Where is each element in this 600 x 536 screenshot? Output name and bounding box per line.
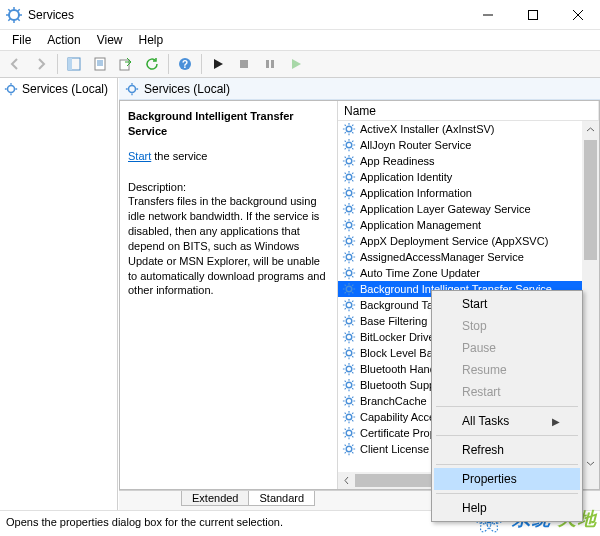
pause-service-button [258, 53, 282, 75]
service-name: AppX Deployment Service (AppXSVC) [360, 235, 548, 247]
services-icon [125, 82, 139, 96]
svg-point-29 [346, 382, 352, 388]
scroll-left-button[interactable] [338, 472, 355, 489]
service-row[interactable]: ActiveX Installer (AxInstSV) [338, 121, 599, 137]
tab-standard[interactable]: Standard [248, 491, 315, 506]
menu-view[interactable]: View [89, 32, 131, 48]
detail-description: Transfers files in the background using … [128, 194, 329, 298]
ctx-start[interactable]: Start [434, 293, 580, 315]
svg-point-15 [346, 158, 352, 164]
menu-action[interactable]: Action [39, 32, 88, 48]
svg-rect-10 [271, 60, 274, 68]
svg-rect-3 [68, 58, 72, 70]
column-name[interactable]: Name [338, 101, 599, 120]
service-row[interactable]: App Readiness [338, 153, 599, 169]
close-button[interactable] [555, 0, 600, 30]
service-row[interactable]: Application Information [338, 185, 599, 201]
svg-point-20 [346, 238, 352, 244]
svg-rect-4 [95, 58, 105, 70]
menu-help[interactable]: Help [131, 32, 172, 48]
service-name: AssignedAccessManager Service [360, 251, 524, 263]
tree-root-label: Services (Local) [22, 82, 108, 96]
service-name: ActiveX Installer (AxInstSV) [360, 123, 495, 135]
service-row[interactable]: AssignedAccessManager Service [338, 249, 599, 265]
show-hide-tree-button[interactable] [62, 53, 86, 75]
svg-point-30 [346, 398, 352, 404]
ctx-help[interactable]: Help [434, 497, 580, 519]
toolbar-separator [168, 54, 169, 74]
start-text: the service [151, 150, 207, 162]
service-name: Auto Time Zone Updater [360, 267, 480, 279]
start-link[interactable]: Start [128, 150, 151, 162]
services-icon [6, 7, 22, 23]
service-row[interactable]: AllJoyn Router Service [338, 137, 599, 153]
svg-point-26 [346, 334, 352, 340]
service-name: Application Management [360, 219, 481, 231]
service-row[interactable]: Application Management [338, 217, 599, 233]
ctx-refresh[interactable]: Refresh [434, 439, 580, 461]
ctx-restart-label: Restart [462, 385, 501, 399]
ctx-properties[interactable]: Properties [434, 468, 580, 490]
service-name: Application Layer Gateway Service [360, 203, 531, 215]
tree-root-item[interactable]: Services (Local) [0, 78, 117, 100]
svg-text:?: ? [182, 59, 188, 70]
right-header-label: Services (Local) [144, 82, 230, 96]
service-name: AllJoyn Router Service [360, 139, 471, 151]
svg-point-0 [9, 10, 19, 20]
tree-panel: Services (Local) [0, 78, 118, 510]
svg-point-28 [346, 366, 352, 372]
svg-point-31 [346, 414, 352, 420]
start-service-button[interactable] [206, 53, 230, 75]
detail-start-row: Start the service [128, 149, 329, 164]
vertical-scrollbar[interactable] [582, 121, 599, 472]
service-row[interactable]: AppX Deployment Service (AppXSVC) [338, 233, 599, 249]
stop-service-button [232, 53, 256, 75]
service-name: Application Identity [360, 171, 452, 183]
svg-point-11 [8, 86, 15, 93]
svg-point-22 [346, 270, 352, 276]
svg-point-24 [346, 302, 352, 308]
ctx-all-tasks[interactable]: All Tasks▶ [434, 410, 580, 432]
ctx-all-tasks-label: All Tasks [462, 414, 509, 428]
scroll-down-button[interactable] [582, 455, 599, 472]
service-row[interactable]: Application Identity [338, 169, 599, 185]
maximize-button[interactable] [510, 0, 555, 30]
ctx-sep [436, 406, 578, 407]
svg-point-13 [346, 126, 352, 132]
detail-service-name: Background Intelligent Transfer Service [128, 109, 329, 139]
ctx-refresh-label: Refresh [462, 443, 504, 457]
ctx-restart: Restart [434, 381, 580, 403]
minimize-button[interactable] [465, 0, 510, 30]
menubar: File Action View Help [0, 30, 600, 50]
right-header: Services (Local) [119, 78, 600, 100]
help-button[interactable]: ? [173, 53, 197, 75]
titlebar: Services [0, 0, 600, 30]
ctx-resume-label: Resume [462, 363, 507, 377]
svg-point-23 [346, 286, 352, 292]
ctx-properties-label: Properties [462, 472, 517, 486]
svg-point-32 [346, 430, 352, 436]
chevron-right-icon: ▶ [552, 416, 560, 427]
service-row[interactable]: Auto Time Zone Updater [338, 265, 599, 281]
properties-button[interactable] [88, 53, 112, 75]
service-row[interactable]: Application Layer Gateway Service [338, 201, 599, 217]
services-icon [4, 82, 18, 96]
scroll-corner [582, 472, 599, 489]
tab-extended[interactable]: Extended [181, 491, 249, 506]
svg-point-18 [346, 206, 352, 212]
export-button[interactable] [114, 53, 138, 75]
ctx-sep [436, 464, 578, 465]
svg-point-16 [346, 174, 352, 180]
ctx-pause-label: Pause [462, 341, 496, 355]
forward-button [29, 53, 53, 75]
menu-file[interactable]: File [4, 32, 39, 48]
ctx-help-label: Help [462, 501, 487, 515]
svg-point-27 [346, 350, 352, 356]
vertical-thumb[interactable] [584, 140, 597, 260]
status-text: Opens the properties dialog box for the … [6, 516, 283, 528]
svg-rect-8 [240, 60, 248, 68]
refresh-button[interactable] [140, 53, 164, 75]
ctx-stop-label: Stop [462, 319, 487, 333]
ctx-stop: Stop [434, 315, 580, 337]
scroll-up-button[interactable] [582, 121, 599, 138]
